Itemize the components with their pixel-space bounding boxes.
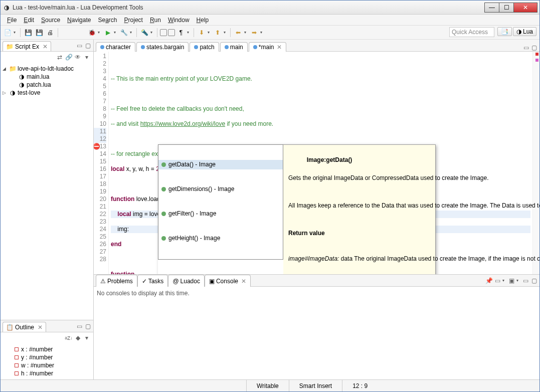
toggle-mark-icon[interactable]: [160, 29, 167, 36]
error-marker[interactable]: [535, 53, 538, 56]
close-icon[interactable]: ✕: [241, 278, 246, 285]
minimize-button[interactable]: —: [484, 3, 499, 13]
view-menu-icon[interactable]: ▾: [83, 334, 90, 341]
luadoc-tab[interactable]: @Luadoc: [168, 275, 205, 287]
problems-tab[interactable]: ⚠Problems: [96, 275, 137, 287]
maximize-view-icon[interactable]: ▢: [530, 277, 537, 284]
lua-file-icon: ◑: [18, 73, 25, 80]
menu-source[interactable]: Source: [38, 16, 64, 25]
tree-file[interactable]: patch.lua: [27, 81, 51, 88]
toggle-block-icon[interactable]: [168, 29, 175, 36]
expander-icon[interactable]: ◢: [3, 66, 8, 71]
expander-icon[interactable]: ▷: [3, 90, 8, 95]
search-icon[interactable]: 🔦: [139, 28, 149, 38]
menu-edit[interactable]: Edit: [20, 16, 38, 25]
editor-tab-main[interactable]: main: [220, 42, 248, 52]
outline-item[interactable]: x : #number: [21, 346, 53, 353]
save-all-icon[interactable]: 💾: [34, 28, 44, 38]
sort-icon[interactable]: az↓: [65, 334, 72, 341]
focus-icon[interactable]: 👁: [74, 54, 81, 61]
collapse-all-icon[interactable]: ⇄: [56, 54, 63, 61]
code-editor[interactable]: 123456789101112⛔131415161718192021222324…: [94, 52, 539, 274]
outline-tree[interactable]: x : #number y : #number w : #number h : …: [1, 343, 93, 379]
field-icon: [15, 363, 19, 367]
menu-window[interactable]: Window: [164, 16, 193, 25]
completion-item[interactable]: getHeight() - Image: [158, 234, 283, 243]
display-console-icon[interactable]: ▭: [494, 277, 501, 284]
new-icon[interactable]: 📄: [3, 28, 13, 38]
menu-project[interactable]: Project: [121, 16, 146, 25]
editor-tab-states-bargain[interactable]: states.bargain: [136, 42, 189, 52]
code-area[interactable]: -- This is the main entry point of your …: [109, 52, 532, 274]
outline-item[interactable]: y : #number: [21, 354, 53, 361]
close-icon[interactable]: ✕: [277, 44, 282, 51]
project-icon: ◑: [9, 89, 16, 96]
doc-heading: Return value: [288, 230, 325, 237]
search-dropdown[interactable]: [150, 30, 154, 35]
completion-item[interactable]: getMipmapFilter() - Image: [158, 258, 283, 260]
completion-item[interactable]: getDimensions() - Image: [158, 184, 283, 194]
show-whitespace-icon[interactable]: ¶: [176, 28, 186, 38]
autocomplete-list[interactable]: getData() - Image getDimensions() - Imag…: [158, 144, 283, 260]
outline-item[interactable]: h : #number: [21, 370, 53, 377]
overview-ruler[interactable]: [532, 52, 539, 274]
script-explorer-tab[interactable]: 📁 Script Ex ✕: [3, 41, 51, 51]
forward-icon[interactable]: ➡: [249, 28, 259, 38]
outline-item[interactable]: w : #number: [21, 362, 54, 369]
tree-node[interactable]: test-love: [18, 89, 40, 96]
menu-search[interactable]: Search: [94, 16, 120, 25]
editor-tab-patch[interactable]: patch: [190, 42, 219, 52]
lua-file-icon: [253, 45, 257, 49]
tree-node[interactable]: love-api-to-ldt-luadoc: [18, 65, 74, 72]
lua-perspective-button[interactable]: ◑ Lua: [513, 27, 536, 36]
close-icon[interactable]: ✕: [38, 324, 43, 331]
back-icon[interactable]: ⬅: [233, 28, 243, 38]
print-icon[interactable]: 🖨: [45, 28, 55, 38]
menu-file[interactable]: File: [4, 16, 20, 25]
external-tools-icon[interactable]: 🔧: [119, 28, 129, 38]
editor-tab-character[interactable]: character: [96, 42, 135, 52]
menu-help[interactable]: Help: [193, 16, 213, 25]
status-cursor-position: 12 : 9: [342, 380, 378, 391]
menu-navigate[interactable]: Navigate: [64, 16, 94, 25]
maximize-view-icon[interactable]: ▢: [530, 44, 537, 51]
hide-fields-icon[interactable]: ◆: [74, 334, 81, 341]
tree-file[interactable]: main.lua: [27, 73, 49, 80]
minimize-view-icon[interactable]: ▭: [76, 323, 83, 330]
method-icon: [161, 187, 166, 191]
menubar: File Edit Source Navigate Search Project…: [1, 15, 539, 26]
quick-access-input[interactable]: Quick Access: [449, 27, 494, 37]
script-explorer-tree[interactable]: ◢📁love-api-to-ldt-luadoc ◑main.lua ◑patc…: [1, 63, 93, 320]
minimize-view-icon[interactable]: ▭: [76, 42, 83, 49]
debug-icon[interactable]: 🐞: [87, 28, 97, 38]
debug-dropdown[interactable]: [98, 30, 102, 35]
close-icon[interactable]: ✕: [43, 43, 48, 50]
save-icon[interactable]: 💾: [23, 28, 33, 38]
next-annotation-icon[interactable]: ⬇: [197, 28, 207, 38]
occurrence-marker[interactable]: [535, 59, 538, 62]
open-console-icon[interactable]: ▣: [508, 277, 515, 284]
editor-tab-main-dirty[interactable]: *main✕: [249, 42, 287, 52]
completion-item[interactable]: getData() - Image: [158, 160, 283, 169]
external-dropdown[interactable]: [130, 30, 134, 35]
maximize-view-icon[interactable]: ▢: [84, 323, 91, 330]
link-editor-icon[interactable]: 🔗: [65, 54, 72, 61]
minimize-view-icon[interactable]: ▭: [522, 44, 529, 51]
new-dropdown[interactable]: [14, 30, 18, 35]
maximize-view-icon[interactable]: ▢: [84, 42, 91, 49]
menu-run[interactable]: Run: [146, 16, 164, 25]
run-dropdown[interactable]: [114, 30, 118, 35]
completion-item[interactable]: getFilter() - Image: [158, 209, 283, 219]
prev-annotation-icon[interactable]: ⬆: [213, 28, 223, 38]
console-tab[interactable]: ▣Console✕: [205, 275, 251, 287]
pin-console-icon[interactable]: 📌: [485, 277, 492, 284]
run-icon[interactable]: ▶: [103, 28, 113, 38]
tasks-tab[interactable]: ✓Tasks: [137, 275, 168, 287]
minimize-view-icon[interactable]: ▭: [522, 277, 529, 284]
view-menu-icon[interactable]: ▾: [83, 54, 90, 61]
close-button[interactable]: ✕: [513, 3, 537, 13]
outline-label: Outline: [15, 324, 34, 331]
maximize-button[interactable]: ☐: [499, 3, 514, 13]
open-perspective-button[interactable]: 📑: [497, 27, 512, 36]
outline-tab[interactable]: 📋 Outline ✕: [3, 322, 46, 332]
